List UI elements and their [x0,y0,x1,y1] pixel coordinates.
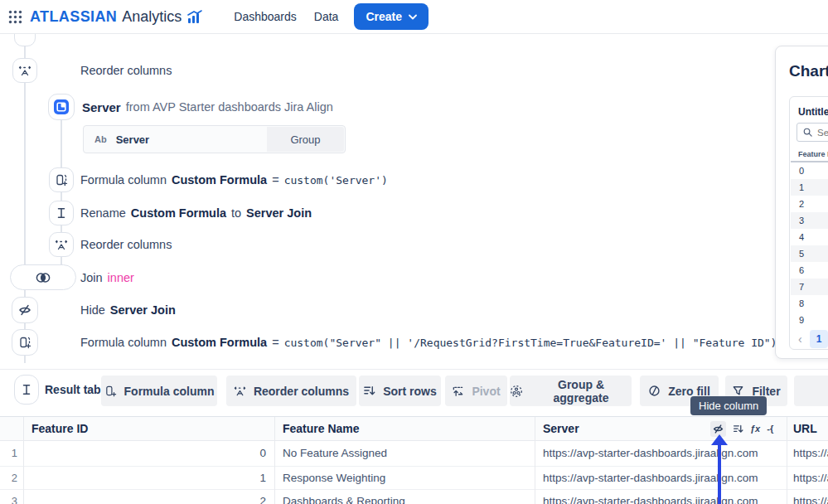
mini-table-header: Feature ID [798,150,828,158]
cell-feature-name: Response Weighting [283,466,527,489]
step-formula-column-2[interactable]: Formula column Custom Formula = custom("… [80,329,777,356]
cell-url: https://avp-starter-dashboards.jiraalign… [793,489,828,504]
mini-table-row: 0 [791,162,828,179]
app-canvas: ATLASSIAN Analytics Dashboards Data Crea… [0,0,828,504]
group-aggregate-button[interactable]: Group & aggregate [510,376,632,406]
search-input[interactable] [817,128,828,138]
step-label: Formula column [80,336,167,349]
group-aggregate-icon [510,385,523,398]
chart-preview-card: Untitled chart Feature ID 0 1 2 3 4 5 6 [789,96,828,350]
filter-icon [732,385,744,397]
step-hide[interactable]: Hide Server Join [80,297,176,323]
join-icon[interactable] [10,264,76,290]
cell-server: https://avp-starter-dashboards.jiraalign… [543,466,782,489]
step-label: Join [80,271,103,284]
cell-url: https://avp-starter-dashboards.jiraalign… [793,440,828,466]
column-border [274,417,275,504]
data-source-icon[interactable] [48,94,75,120]
cell-feature-id: 2 [23,489,266,504]
cell-server: https://avp-starter-dashboards.jiraalign… [543,489,782,504]
result-table-icon[interactable] [14,375,39,405]
cell-feature-name: No Feature Assigned [283,440,527,466]
sort-rows-button[interactable]: Sort rows [359,376,441,406]
button-label: Group & aggregate [530,378,632,405]
pivot-button: Pivot [445,376,507,406]
pivot-icon [452,385,464,397]
row-number: 2 [0,466,17,489]
rename-from: Custom Formula [131,206,226,220]
mini-table-row: 2 [791,196,828,212]
divider [0,369,828,370]
step-rename[interactable]: Rename Custom Formula to Server Join [80,201,312,225]
reorder-columns-button[interactable]: Reorder columns [226,376,356,406]
atlassian-wordmark: ATLASSIAN [30,8,117,26]
mini-table-row: 1 [791,179,828,196]
mini-table-row: 4 [791,229,828,245]
mini-table-row: 8 [791,295,828,312]
step-reorder-columns-2[interactable]: Reorder columns [80,232,172,257]
mini-table-row: 5 [791,245,828,262]
search-box[interactable] [797,123,828,142]
step-reorder-columns-1[interactable]: Reorder columns [80,58,172,83]
pagination-prev-icon[interactable]: ‹ [798,330,802,348]
toolbar-button-partial[interactable] [794,376,828,406]
rename-icon[interactable] [49,201,74,225]
formula-edit-icon[interactable]: -{ [767,424,773,434]
reorder-columns-icon [234,385,246,397]
step-label: Formula column [80,173,167,187]
step-formula-column-1[interactable]: Formula column Custom Formula = custom('… [80,167,388,192]
equals-sign: = [272,173,278,187]
annotation-arrow-head [711,434,728,445]
column-header-feature-name[interactable]: Feature Name [283,417,360,440]
nav-data[interactable]: Data [314,10,339,23]
row-number: 3 [0,489,17,504]
step-label: Rename [80,206,126,220]
connector-line [24,83,26,265]
formula-column-icon[interactable] [12,329,38,356]
step-label: Hide [80,303,105,317]
formula-column-icon [104,385,117,397]
step-join[interactable]: Join inner [80,264,134,290]
sort-column-icon[interactable] [733,424,743,434]
column-header-url[interactable]: URL [793,417,817,440]
rename-target: Server Join [246,206,312,220]
column-header-server[interactable]: Server [543,417,579,440]
reorder-columns-icon[interactable] [49,232,74,257]
formula-column-button[interactable]: Formula column [101,376,217,406]
product-name: Analytics [122,8,182,26]
step-label: Reorder columns [80,64,172,77]
button-label: Sort rows [383,385,437,398]
mini-table-row: 7 [791,279,828,295]
formula-code: custom('Server') [284,174,388,187]
create-button-label: Create [366,10,402,23]
app-switcher-icon[interactable] [8,10,22,24]
chart-panel: Chart Untitled chart Feature ID 0 [775,46,828,359]
fx-icon[interactable]: ƒx [750,424,760,434]
formula-column-icon[interactable] [49,167,74,192]
cell-url: https://avp-starter-dashboards.jiraalign… [793,466,828,489]
formula-code: custom("Server" || '/RequestGrid?FirstTi… [284,337,777,349]
pagination-page-1[interactable]: 1 [810,330,828,348]
step-source-server[interactable]: Server from AVP Starter dashboards Jira … [82,94,333,120]
source-origin: from AVP Starter dashboards Jira Align [126,100,333,114]
row-number: 1 [0,440,17,466]
field-group-button[interactable]: Group [267,127,344,152]
hide-target: Server Join [110,303,176,317]
button-label: Reorder columns [254,385,349,398]
cell-feature-name: Dashboards & Reporting [283,489,527,504]
hide-column-tooltip: Hide column [690,396,767,415]
chart-panel-title: Chart [789,62,828,80]
top-navigation-bar: ATLASSIAN Analytics Dashboards Data Crea… [0,0,828,34]
create-button[interactable]: Create [354,3,429,30]
hide-column-icon[interactable] [12,297,38,323]
sort-rows-icon [363,385,375,397]
chart-preview-title: Untitled chart [798,106,828,118]
field-name: Server [116,133,149,146]
reorder-columns-icon[interactable] [12,58,37,83]
connector-line [24,355,26,363]
nav-dashboards[interactable]: Dashboards [234,10,297,23]
table-header-row [0,417,828,440]
source-field-row[interactable]: Ab Server Group [83,125,346,153]
column-header-feature-id[interactable]: Feature ID [31,417,88,440]
join-mode: inner [108,271,134,284]
